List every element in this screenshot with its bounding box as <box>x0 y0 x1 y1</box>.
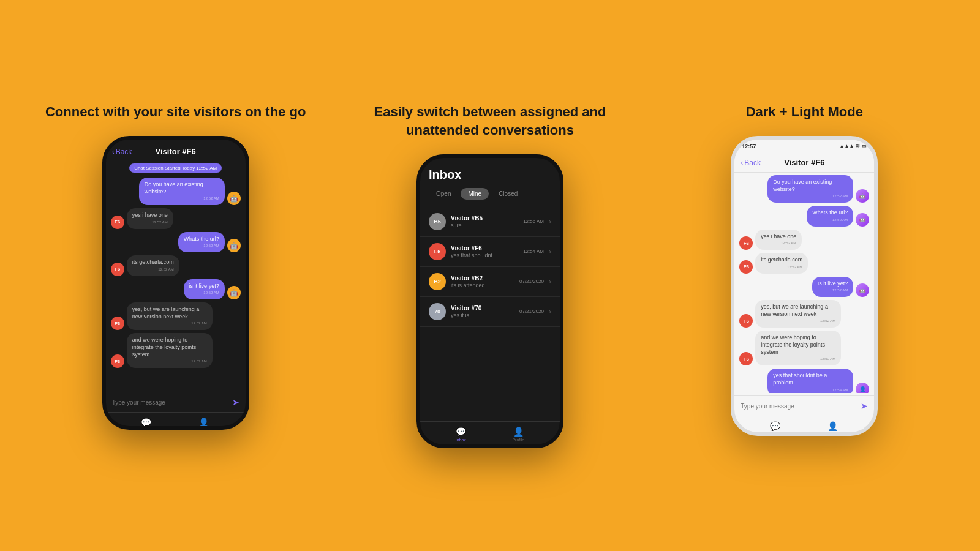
user-avatar: F6 <box>739 352 753 365</box>
inbox-icon: 💬 <box>141 418 151 427</box>
tab-mine[interactable]: Mine <box>461 188 489 200</box>
message-row: Is it live yet? 12:52 AM 🤖 <box>739 277 869 297</box>
section-connect-title: Connect with your site visitors on the g… <box>45 103 306 121</box>
message-bubble: Do you have an existing website? 12:52 A… <box>139 178 225 205</box>
message-bubble: yes that shouldnt be a problem 12:54 AM <box>767 369 853 393</box>
user-avatar: F6 <box>111 263 124 276</box>
conv-avatar: B5 <box>429 213 446 230</box>
message-row: F6 its getcharla.com 12:52 AM <box>111 255 241 276</box>
back-chevron: ‹ <box>741 159 743 167</box>
conversation-item[interactable]: B2 Visitor #B2 its is attended 07/21/202… <box>420 267 560 297</box>
tab-open[interactable]: Open <box>429 188 458 200</box>
profile-icon: 👤 <box>198 418 209 427</box>
message-time: 12:52 AM <box>761 319 835 324</box>
phone-inbox: Inbox Open Mine Closed B5 Visitor #B5 su… <box>417 154 564 448</box>
nav-inbox[interactable]: 💬 Inbox <box>456 427 466 442</box>
message-row: F6 yes, but we are launching a new versi… <box>111 302 241 330</box>
back-button[interactable]: ‹ Back <box>112 148 132 156</box>
chat-title: Visitor #F6 <box>156 147 196 156</box>
message-bubble: and we were hoping to integrate the loya… <box>127 333 213 368</box>
send-button[interactable]: ➤ <box>232 397 239 407</box>
conv-info: Visitor #B2 its is attended <box>451 275 514 288</box>
battery-icon: ▭ <box>862 143 867 149</box>
send-button[interactable]: ➤ <box>861 401 868 411</box>
nav-profile-label: Profile <box>512 438 524 442</box>
message-input[interactable] <box>112 399 232 406</box>
conv-time: 07/21/2020 <box>519 309 544 314</box>
nav-inbox-label: Inbox <box>770 432 780 436</box>
conversation-item[interactable]: B5 Visitor #B5 sure 12:56 AM › <box>420 207 560 237</box>
message-time: 12:52 AM <box>818 288 848 293</box>
nav-inbox-label: Inbox <box>141 429 151 430</box>
message-row: Whats the url? 12:52 AM 🤖 <box>739 206 869 226</box>
conv-avatar: F6 <box>429 243 446 260</box>
session-label: Chat Session Started Today 12:52 AM <box>129 163 222 173</box>
status-bar: 12:57 ▲▲▲ ≋ ▭ <box>734 140 874 151</box>
message-text: yes i have one <box>761 233 796 239</box>
message-text: yes that shouldnt be a problem <box>773 372 827 386</box>
message-text: its getcharla.com <box>761 257 802 263</box>
message-bubble: yes i have one 12:52 AM <box>127 208 173 228</box>
message-time: 12:52 AM <box>812 218 848 223</box>
message-time: 12:52 AM <box>132 321 207 326</box>
chevron-right-icon: › <box>549 307 551 316</box>
status-icons: ▲▲▲ ≋ ▭ <box>840 143 867 149</box>
message-text: its getcharla.com <box>132 259 174 265</box>
message-bubble: its getcharla.com 12:52 AM <box>755 253 808 273</box>
message-text: is it live yet? <box>189 283 219 289</box>
chat-body: Do you have an existing website? 12:52 A… <box>106 175 246 389</box>
nav-profile-label: Profile <box>198 429 210 430</box>
conv-info: Visitor #70 yes it is <box>451 305 514 318</box>
message-time: 12:52 AM <box>189 291 219 296</box>
chevron-right-icon: › <box>549 247 551 256</box>
message-row: Whats the url? 12:52 AM 🤖 <box>111 232 241 252</box>
message-bubble: its getcharla.com 12:52 AM <box>127 255 179 276</box>
inbox-header: Inbox Open Mine Closed <box>420 158 560 204</box>
message-bubble: is it live yet? 12:52 AM <box>184 279 225 299</box>
profile-icon: 👤 <box>513 427 524 437</box>
bot-avatar: 🤖 <box>227 239 241 252</box>
nav-profile-label: Profile <box>827 432 839 436</box>
back-button[interactable]: ‹ Back <box>741 159 761 167</box>
signal-icon: ▲▲▲ <box>840 143 854 149</box>
back-chevron: ‹ <box>112 148 115 156</box>
section-inbox: Easily switch between assigned and unatt… <box>351 103 628 448</box>
back-label: Back <box>116 148 132 156</box>
user-avatar: F6 <box>739 236 753 250</box>
message-time: 12:53 AM <box>132 359 207 364</box>
bot-avatar: 🤖 <box>856 283 869 297</box>
message-row: F6 yes, but we are launching a new versi… <box>739 300 869 328</box>
back-label: Back <box>744 159 761 167</box>
message-input[interactable] <box>741 403 861 410</box>
nav-inbox[interactable]: 💬 Inbox <box>141 418 151 430</box>
conversation-item[interactable]: F6 Visitor #F6 yes that shouldnt... 12:5… <box>420 237 560 267</box>
status-time: 12:57 <box>742 143 756 149</box>
nav-profile[interactable]: 👤 Profile <box>827 421 839 436</box>
message-row: F6 yes i have one 12:52 AM <box>739 230 869 250</box>
conv-name: Visitor #70 <box>451 305 514 312</box>
bot-avatar: 🤖 <box>856 213 869 227</box>
chevron-right-icon: › <box>549 277 551 286</box>
message-time: 12:52 AM <box>184 244 219 249</box>
conv-name: Visitor #F6 <box>451 245 518 252</box>
message-text: Do you have an existing website? <box>773 179 832 192</box>
tab-closed[interactable]: Closed <box>491 188 525 200</box>
chat-header-light: ‹ Back Visitor #F6 <box>734 151 874 173</box>
conv-info: Visitor #B5 sure <box>451 215 518 228</box>
message-text: Do you have an existing website? <box>145 181 203 195</box>
conversation-list: B5 Visitor #B5 sure 12:56 AM › F6 Visito… <box>420 204 560 329</box>
nav-profile[interactable]: 👤 Profile <box>198 418 210 430</box>
section-connect: Connect with your site visitors on the g… <box>37 103 314 430</box>
conversation-item[interactable]: 70 Visitor #70 yes it is 07/21/2020 › <box>420 297 560 327</box>
message-row: Do you have an existing website? 12:52 A… <box>739 175 869 203</box>
main-container: Connect with your site visitors on the g… <box>0 78 980 472</box>
message-row: F6 and we were hoping to integrate the l… <box>111 333 241 368</box>
bot-avatar: 🤖 <box>856 189 869 203</box>
user-avatar: F6 <box>111 354 124 368</box>
chat-body-light: Do you have an existing website? 12:52 A… <box>734 173 874 393</box>
message-time: 12:52 AM <box>132 268 174 272</box>
nav-profile[interactable]: 👤 Profile <box>512 427 524 442</box>
nav-inbox[interactable]: 💬 Inbox <box>770 421 780 436</box>
nav-inbox-label: Inbox <box>456 438 466 442</box>
user-avatar: F6 <box>111 317 124 330</box>
